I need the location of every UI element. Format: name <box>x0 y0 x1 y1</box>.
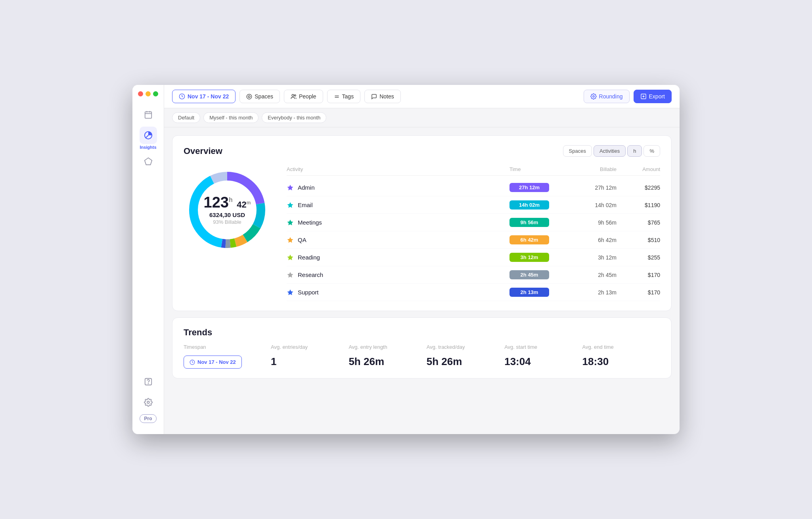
pro-badge[interactable]: Pro <box>140 414 156 423</box>
sidebar-item-settings[interactable] <box>140 394 157 411</box>
tags-button[interactable]: Tags <box>327 90 361 103</box>
notes-icon <box>371 94 377 100</box>
tags-icon <box>334 94 340 100</box>
star-icon <box>287 202 294 209</box>
activity-table-header: Activity Time Billable Amount <box>287 166 660 176</box>
trends-card: Trends Timespan Nov 17 - Nov 22 <box>172 317 672 379</box>
filter-default-label: Default <box>178 115 194 121</box>
app-window: Insights Pro <box>132 85 680 434</box>
filter-everybody-label: Everybody - this month <box>268 115 320 121</box>
main-content: Nov 17 - Nov 22 Spaces <box>164 85 680 434</box>
people-label: People <box>299 93 316 100</box>
toggle-hours[interactable]: h <box>627 145 642 157</box>
star-icon <box>287 271 294 279</box>
star-icon <box>287 289 294 296</box>
svg-point-7 <box>148 383 148 384</box>
filter-bar: Default Myself - this month Everybody - … <box>164 108 680 127</box>
traffic-lights <box>132 91 158 96</box>
donut-usd: 6324,30 USD <box>204 211 251 218</box>
toggle-percent[interactable]: % <box>643 145 660 157</box>
svg-point-8 <box>147 401 149 404</box>
svg-marker-30 <box>287 202 293 208</box>
sidebar-item-diamond[interactable] <box>140 153 157 170</box>
trend-entry-length-col: Avg. entry length 5h 26m <box>349 344 426 368</box>
svg-point-13 <box>294 94 296 96</box>
time-badge: 9h 56m <box>509 218 549 227</box>
filter-myself[interactable]: Myself - this month <box>203 112 259 123</box>
svg-marker-32 <box>287 237 293 242</box>
svg-marker-5 <box>144 158 151 165</box>
time-badge: 3h 12m <box>509 253 549 262</box>
trend-avg-end: 18:30 <box>582 356 660 368</box>
overview-header: Overview Spaces Activities h % <box>184 145 660 157</box>
sidebar-item-insights[interactable] <box>140 127 157 144</box>
minimize-button[interactable] <box>146 91 151 96</box>
amount-cell: $765 <box>620 219 660 226</box>
donut-total-time: 123h 42m <box>204 195 251 210</box>
export-button[interactable]: Export <box>634 90 672 103</box>
svg-marker-34 <box>287 272 293 277</box>
trends-grid: Timespan Nov 17 - Nov 22 Avg. entries/da… <box>184 344 660 369</box>
donut-billable: 93% Billable <box>204 219 251 225</box>
time-badge: 2h 13m <box>509 288 549 297</box>
maximize-button[interactable] <box>153 91 158 96</box>
trend-avg-start: 13:04 <box>504 356 582 368</box>
people-button[interactable]: People <box>284 90 323 103</box>
time-badge: 6h 42m <box>509 235 549 244</box>
time-cell: 6h 42m <box>509 235 565 244</box>
activity-row: Support 2h 13m 2h 13m $170 <box>287 284 660 301</box>
amount-cell: $1190 <box>620 202 660 208</box>
time-cell: 2h 45m <box>509 270 565 279</box>
people-icon <box>291 94 297 100</box>
rounding-icon <box>590 93 597 100</box>
spaces-button[interactable]: Spaces <box>239 90 280 103</box>
trend-avg-entry-length: 5h 26m <box>349 356 426 368</box>
svg-marker-35 <box>287 289 293 295</box>
spaces-icon <box>246 94 252 100</box>
trend-start-col: Avg. start time 13:04 <box>504 344 582 368</box>
sidebar-item-help[interactable] <box>140 373 157 390</box>
time-badge: 27h 12m <box>509 183 549 192</box>
activity-name-cell: Research <box>287 271 509 279</box>
svg-point-16 <box>593 96 594 97</box>
activity-name-cell: QA <box>287 236 509 244</box>
amount-cell: $2295 <box>620 185 660 191</box>
time-cell: 14h 02m <box>509 200 565 210</box>
trend-date-range-button[interactable]: Nov 17 - Nov 22 <box>184 356 242 369</box>
activity-name-cell: Email <box>287 202 509 209</box>
trend-avg-tracked: 5h 26m <box>427 356 504 368</box>
activity-name-cell: Meetings <box>287 219 509 226</box>
topbar-left: Nov 17 - Nov 22 Spaces <box>172 90 580 103</box>
svg-marker-33 <box>287 254 293 260</box>
activity-row: Admin 27h 12m 27h 12m $2295 <box>287 179 660 196</box>
activity-name-cell: Support <box>287 289 509 296</box>
date-range-button[interactable]: Nov 17 - Nov 22 <box>172 90 236 103</box>
close-button[interactable] <box>138 91 143 96</box>
filter-default[interactable]: Default <box>172 112 200 123</box>
overview-toggles: Spaces Activities h % <box>563 145 660 157</box>
toggle-activities[interactable]: Activities <box>594 145 626 157</box>
time-cell: 9h 56m <box>509 218 565 227</box>
activity-row: QA 6h 42m 6h 42m $510 <box>287 231 660 249</box>
billable-cell: 9h 56m <box>565 219 620 226</box>
activity-row: Research 2h 45m 2h 45m $170 <box>287 266 660 284</box>
tags-label: Tags <box>342 93 354 100</box>
billable-cell: 2h 45m <box>565 272 620 278</box>
export-icon <box>640 93 647 100</box>
trend-clock-icon <box>190 359 195 365</box>
sidebar-top: Insights <box>140 106 157 370</box>
sidebar-item-calendar[interactable] <box>140 106 157 123</box>
clock-icon <box>179 93 185 100</box>
billable-cell: 14h 02m <box>565 202 620 208</box>
rounding-button[interactable]: Rounding <box>584 90 630 103</box>
activity-table: Activity Time Billable Amount Admin 27h … <box>287 166 660 301</box>
billable-cell: 2h 13m <box>565 289 620 296</box>
toggle-spaces[interactable]: Spaces <box>563 145 592 157</box>
notes-button[interactable]: Notes <box>364 90 401 103</box>
date-range-label: Nov 17 - Nov 22 <box>188 93 229 100</box>
spaces-label: Spaces <box>255 93 273 100</box>
filter-everybody[interactable]: Everybody - this month <box>262 112 326 123</box>
donut-chart: 123h 42m 6324,30 USD 93% Billable <box>184 166 271 254</box>
sidebar-bottom: Pro <box>140 373 157 428</box>
trend-end-col: Avg. end time 18:30 <box>582 344 660 368</box>
